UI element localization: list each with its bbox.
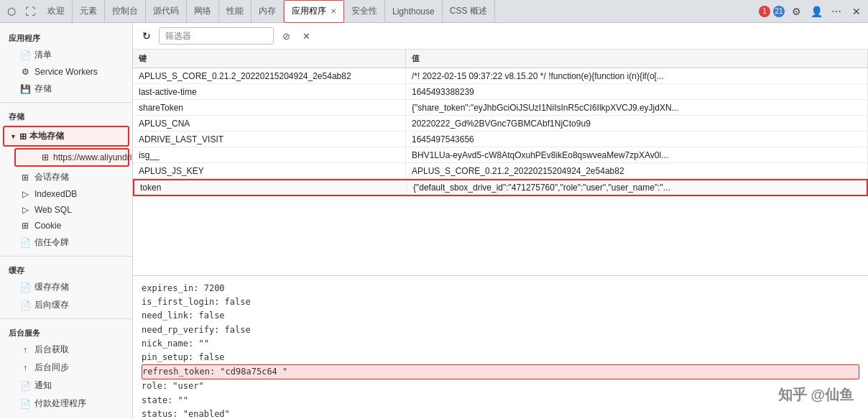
divider-3 <box>0 318 132 319</box>
sidebar-backend-通知[interactable]: 📄通知 <box>0 377 132 395</box>
clear-filter-button[interactable]: ⊘ <box>278 28 294 44</box>
sidebar-storage-IndexedDB[interactable]: ▷IndexedDB <box>0 186 132 202</box>
item-icon: ⊞ <box>20 221 30 231</box>
settings-button[interactable]: ⚙ <box>788 3 805 20</box>
tab-close-7[interactable]: ✕ <box>331 7 336 15</box>
toolbar-right: 1 21 ⚙ 👤 ⋯ ✕ <box>759 3 865 20</box>
tab-内存[interactable]: 内存 <box>251 0 284 23</box>
item-label: Cookie <box>34 221 61 231</box>
local-storage-label: 本地存储 <box>29 130 64 142</box>
back-button[interactable]: ⬡ <box>3 3 20 20</box>
filter-input[interactable] <box>159 27 274 45</box>
code-line-highlighted: refresh_token: "cd98a75c64 " <box>142 364 859 379</box>
item-icon: 📄 <box>20 238 30 248</box>
sidebar-storage-会话存储[interactable]: ⊞会话存储 <box>0 168 132 186</box>
cell-key-7: token <box>134 180 407 195</box>
sidebar-storage-Web-SQL[interactable]: ▷Web SQL <box>0 202 132 218</box>
item-label: 后台同步 <box>34 362 69 374</box>
tab-网络[interactable]: 网络 <box>187 0 219 23</box>
tab-lighthouse[interactable]: Lighthouse <box>385 0 443 23</box>
cell-key-4: ADRIVE_LAST_VISIT <box>133 132 406 147</box>
content-area: ↻ ⊘ ✕ 键 值 APLUS_S_CORE_0.21.2_2022021520… <box>133 23 868 419</box>
code-pane: expires_in: 7200is_first_login: falsenee… <box>133 275 868 419</box>
storage-section-title: 存储 <box>0 107 132 124</box>
sidebar-cache-后向缓存[interactable]: 📄后向缓存 <box>0 296 132 314</box>
table-row-2[interactable]: shareToken {"share_token":"eyJhbGciOiJSU… <box>133 100 868 116</box>
sidebar-item-存储[interactable]: 💾存储 <box>0 80 132 98</box>
sidebar-backend-后台同步[interactable]: ↑后台同步 <box>0 359 132 377</box>
item-label: 清单 <box>34 49 52 61</box>
cell-value-2: {"share_token":"eyJhbGciOiJSUzI1NiIsInR5… <box>406 100 868 115</box>
tab-源代码[interactable]: 源代码 <box>146 0 187 23</box>
table-row-1[interactable]: last-active-time 1645493388239 <box>133 84 868 100</box>
profile-button[interactable]: 👤 <box>808 3 825 20</box>
cell-value-6: APLUS_S_CORE_0.21.2_20220215204924_2e54a… <box>406 163 868 178</box>
sidebar-backend-后台获取[interactable]: ↑后台获取 <box>0 341 132 359</box>
tab-欢迎[interactable]: 欢迎 <box>40 0 73 23</box>
expand-arrow: ▼ <box>10 133 17 140</box>
table-row-5[interactable]: isg__ BHV1LUa-eyAvd5-cW8AtqOxuhPEv8ikEo8… <box>133 147 868 163</box>
table-row-4[interactable]: ADRIVE_LAST_VISIT 1645497543656 <box>133 132 868 147</box>
code-line-9: status: "enabled" <box>142 408 859 419</box>
item-icon: 📄 <box>20 282 30 293</box>
code-line-7: role: "user" <box>142 379 859 393</box>
item-label: 存储 <box>34 83 52 95</box>
divider-1 <box>0 102 132 103</box>
local-storage-group[interactable]: ▼ ⊞ 本地存储 <box>3 126 129 147</box>
data-table: 键 值 APLUS_S_CORE_0.21.2_20220215204924_2… <box>133 50 868 275</box>
item-icon: ▷ <box>20 205 30 215</box>
sidebar-cache-缓存存储[interactable]: 📄缓存存储 <box>0 278 132 296</box>
tab-元素[interactable]: 元素 <box>73 0 105 23</box>
item-icon: ↑ <box>20 345 30 355</box>
table-row-0[interactable]: APLUS_S_CORE_0.21.2_20220215204924_2e54a… <box>133 68 868 84</box>
tab-性能[interactable]: 性能 <box>219 0 251 23</box>
table-row-3[interactable]: APLUS_CNA 20220222_Gd%2BVGnc7GBMCAbf1NjC… <box>133 116 868 132</box>
cell-key-5: isg__ <box>133 147 406 162</box>
item-label: Web SQL <box>34 205 72 215</box>
sidebar: 应用程序 📄清单⚙Service Workers💾存储 存储 ▼ ⊞ 本地存储 … <box>0 23 133 419</box>
cell-value-0: /*! 2022-02-15 09:37:22 v8.15.20 */ !fun… <box>406 68 868 83</box>
table-row-6[interactable]: APLUS_JS_KEY APLUS_S_CORE_0.21.2_2022021… <box>133 163 868 179</box>
table-row-7[interactable]: token {"default_sbox_drive_id":"47127576… <box>133 179 868 196</box>
cell-value-1: 1645493388239 <box>406 84 868 99</box>
tab-应用程序[interactable]: 应用程序✕ <box>284 0 344 23</box>
item-icon: 💾 <box>20 84 30 94</box>
item-label: 后向缓存 <box>34 299 69 311</box>
more-button[interactable]: ⋯ <box>828 3 845 20</box>
warning-badge: 21 <box>773 6 785 17</box>
tab-安全性[interactable]: 安全性 <box>344 0 385 23</box>
sidebar-item-Service-Workers[interactable]: ⚙Service Workers <box>0 64 132 80</box>
item-label: 会话存储 <box>34 171 69 183</box>
item-label: Service Workers <box>34 67 98 77</box>
cell-key-6: APLUS_JS_KEY <box>133 163 406 178</box>
code-line-5: pin_setup: false <box>142 351 859 364</box>
close-filter-button[interactable]: ✕ <box>298 28 314 44</box>
item-label: 缓存存储 <box>34 281 69 293</box>
backend-section-title: 后台服务 <box>0 323 132 341</box>
refresh-button[interactable]: ↻ <box>139 28 154 44</box>
item-label: IndexedDB <box>34 189 77 199</box>
sidebar-storage-信任令牌[interactable]: 📄信任令牌 <box>0 234 132 252</box>
table-rows: APLUS_S_CORE_0.21.2_20220215204924_2e54a… <box>133 68 868 196</box>
item-icon: 📄 <box>20 399 30 409</box>
item-label: 后台获取 <box>34 344 69 356</box>
app-section-title: 应用程序 <box>0 29 132 46</box>
group-icon: ⊞ <box>19 132 27 142</box>
table-header: 键 值 <box>133 50 868 68</box>
aliyundrive-storage-item[interactable]: ⊞ https://www.aliyundrive.com <box>14 148 129 167</box>
tab-css-概述[interactable]: CSS 概述 <box>443 0 495 23</box>
cell-key-3: APLUS_CNA <box>133 116 406 131</box>
col-value: 值 <box>406 50 868 68</box>
filter-bar: ↻ ⊘ ✕ <box>133 23 868 50</box>
sidebar-backend-付款处理程序[interactable]: 📄付款处理程序 <box>0 395 132 413</box>
cell-key-0: APLUS_S_CORE_0.21.2_20220215204924_2e54a… <box>133 68 406 83</box>
sidebar-storage-Cookie[interactable]: ⊞Cookie <box>0 218 132 234</box>
item-icon: ↑ <box>20 363 30 373</box>
close-button[interactable]: ✕ <box>848 3 865 20</box>
item-icon: ⚙ <box>20 67 30 77</box>
sidebar-item-清单[interactable]: 📄清单 <box>0 46 132 64</box>
item-label: 通知 <box>34 379 52 392</box>
inspect-button[interactable]: ⛶ <box>22 3 39 20</box>
tab-控制台[interactable]: 控制台 <box>105 0 146 23</box>
storage-child-icon: ⊞ <box>42 152 49 162</box>
